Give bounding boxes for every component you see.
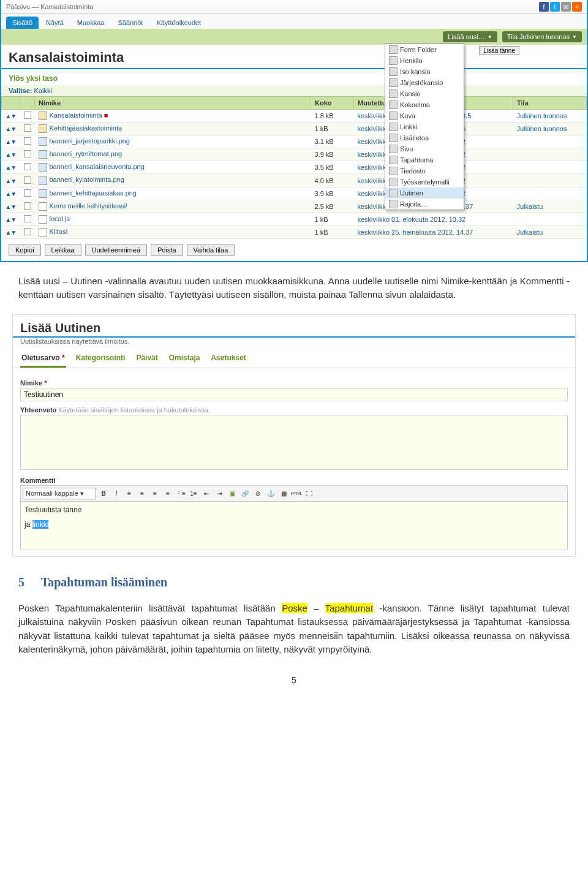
reorder-handle[interactable]: ▲ ▼ <box>6 178 16 184</box>
outdent-icon[interactable]: ⇤ <box>201 488 212 499</box>
item-name[interactable]: Kiitos! <box>35 225 311 238</box>
col-size[interactable]: Koko <box>311 97 354 110</box>
dropdown-item[interactable]: Tiedosto <box>385 165 464 176</box>
tab-kayttooikeudet[interactable]: Käyttöoikeudet <box>150 17 207 29</box>
ol-icon[interactable]: 1≡ <box>188 488 199 499</box>
reorder-handle[interactable]: ▲ ▼ <box>6 203 16 210</box>
item-state <box>513 135 587 148</box>
row-checkbox[interactable] <box>24 202 31 210</box>
cut-button[interactable]: Leikkaa <box>45 244 81 256</box>
row-checkbox[interactable] <box>24 137 31 145</box>
twitter-icon[interactable]: t <box>550 2 560 12</box>
add-new-menu-button[interactable]: Lisää uusi… <box>443 31 497 42</box>
select-all-link[interactable]: Kaikki <box>34 87 52 94</box>
anchor-icon[interactable]: ⚓ <box>265 488 276 499</box>
item-size: 1 kB <box>311 225 354 238</box>
dropdown-item[interactable]: Järjestökansio <box>385 77 464 88</box>
bold-icon[interactable]: B <box>98 488 109 499</box>
reorder-handle[interactable]: ▲ ▼ <box>6 126 16 132</box>
yhteenveto-textarea[interactable] <box>20 415 568 470</box>
copy-button[interactable]: Kopioi <box>9 244 41 256</box>
table-icon[interactable]: ▦ <box>278 488 289 499</box>
align-right-icon[interactable]: ≡ <box>149 488 160 499</box>
tab-nayta[interactable]: Näytä <box>40 17 70 29</box>
reorder-handle[interactable]: ▲ ▼ <box>6 151 16 158</box>
link-icon[interactable]: 🔗 <box>239 488 251 499</box>
reorder-handle[interactable]: ▲ ▼ <box>6 164 16 171</box>
item-size: 3.9 kB <box>311 187 354 200</box>
share-icon[interactable]: + <box>572 2 582 12</box>
row-checkbox[interactable] <box>24 176 31 184</box>
item-name[interactable]: Kansalaistoiminta ■ <box>35 110 311 123</box>
formtab-asetukset[interactable]: Asetukset <box>209 350 247 368</box>
breadcrumb-root[interactable]: Pääsivu <box>6 3 30 10</box>
rename-button[interactable]: Uudelleennimeä <box>85 244 148 256</box>
dropdown-item[interactable]: Kuva <box>385 110 464 121</box>
align-left-icon[interactable]: ≡ <box>124 488 135 499</box>
item-name[interactable]: banneri_kylatoiminta.png <box>35 174 311 187</box>
tab-sisalto[interactable]: Sisältö <box>6 17 39 29</box>
row-checkbox[interactable] <box>24 228 31 235</box>
row-checkbox[interactable] <box>24 124 31 132</box>
reorder-handle[interactable]: ▲ ▼ <box>6 138 16 145</box>
italic-icon[interactable]: I <box>111 488 122 499</box>
row-checkbox[interactable] <box>24 112 31 119</box>
justify-icon[interactable]: ≡ <box>162 488 173 499</box>
item-size: 3.5 kB <box>311 161 354 174</box>
dropdown-item[interactable]: Sivu <box>385 143 464 154</box>
row-checkbox[interactable] <box>24 215 31 222</box>
formtab-oletusarvo[interactable]: Oletusarvo * <box>20 350 66 368</box>
dropdown-item[interactable]: Lisätietoa <box>385 132 464 143</box>
facebook-icon[interactable]: f <box>539 2 549 12</box>
change-state-button[interactable]: Vaihda tilaa <box>187 244 235 256</box>
yhteenveto-help: Käytetään sisältöjen listauksissa ja hak… <box>58 406 210 414</box>
row-checkbox[interactable] <box>24 150 31 157</box>
tab-muokkaa[interactable]: Muokkaa <box>71 17 111 29</box>
reorder-handle[interactable]: ▲ ▼ <box>6 229 16 236</box>
fullscreen-icon[interactable]: ⛶ <box>304 488 315 499</box>
reorder-handle[interactable]: ▲ ▼ <box>6 216 16 223</box>
unlink-icon[interactable]: ⊘ <box>252 488 263 499</box>
section-title: Tapahtuman lisääminen <box>41 575 168 589</box>
dropdown-item[interactable]: Kokoelma <box>385 99 464 110</box>
dropdown-item[interactable]: Tapahtuma <box>385 154 464 165</box>
formtab-omistaja[interactable]: Omistaja <box>168 350 202 368</box>
formtab-paivat[interactable]: Päivät <box>135 350 159 368</box>
dropdown-item[interactable]: Linkki <box>385 121 464 132</box>
item-name[interactable]: banneri_kansalaisneuvonta.png <box>35 161 311 174</box>
up-one-level-link[interactable]: Ylös yksi taso <box>1 69 587 85</box>
state-menu-button[interactable]: Tila Julkinen luonnos <box>502 31 582 42</box>
item-name[interactable]: banneri_kehittajaasiakas.png <box>35 187 311 200</box>
tab-saannot[interactable]: Säännöt <box>111 17 149 29</box>
item-name[interactable]: Kehittäjäasiakastoiminta <box>35 123 311 135</box>
dropdown-item[interactable]: Uutinen <box>385 187 464 199</box>
add-here-button[interactable]: Lisää tänne <box>479 46 519 55</box>
item-name[interactable]: banneri_rytmittomat.png <box>35 148 311 161</box>
formtab-kategorisointi[interactable]: Kategorisointi <box>75 350 127 368</box>
align-center-icon[interactable]: ≡ <box>137 488 148 499</box>
dropdown-item[interactable]: Henkilo <box>385 55 464 66</box>
col-state[interactable]: Tila <box>513 97 587 110</box>
nimike-input[interactable] <box>20 388 568 401</box>
dropdown-item[interactable]: Kansio <box>385 88 464 99</box>
reorder-handle[interactable]: ▲ ▼ <box>6 191 16 197</box>
row-checkbox[interactable] <box>24 189 31 197</box>
dropdown-item[interactable]: Form Folder <box>385 44 464 55</box>
item-name[interactable]: Kerro meille kehitysideasi! <box>35 200 311 213</box>
col-name[interactable]: Nimike <box>35 97 311 110</box>
reorder-handle[interactable]: ▲ ▼ <box>6 113 16 119</box>
item-name[interactable]: banneri_jarjestopankki.png <box>35 135 311 148</box>
ul-icon[interactable]: ⋮≡ <box>175 488 186 499</box>
dropdown-item[interactable]: Työskentelymalli <box>385 176 464 187</box>
indent-icon[interactable]: ⇥ <box>214 488 225 499</box>
image-icon[interactable]: ▣ <box>227 488 238 499</box>
dropdown-item[interactable]: Rajoita… <box>385 199 464 210</box>
html-icon[interactable]: HTML <box>291 488 302 499</box>
row-checkbox[interactable] <box>24 163 31 170</box>
item-name[interactable]: local.js <box>35 213 311 225</box>
mail-icon[interactable]: ✉ <box>561 2 571 12</box>
rte-style-select[interactable]: Normaali kappale ▾ <box>23 488 96 499</box>
dropdown-item[interactable]: Iso kansio <box>385 66 464 77</box>
delete-button[interactable]: Poista <box>151 244 183 256</box>
kommentti-editor[interactable]: Testiuutista tänne ja linkki <box>20 501 568 550</box>
